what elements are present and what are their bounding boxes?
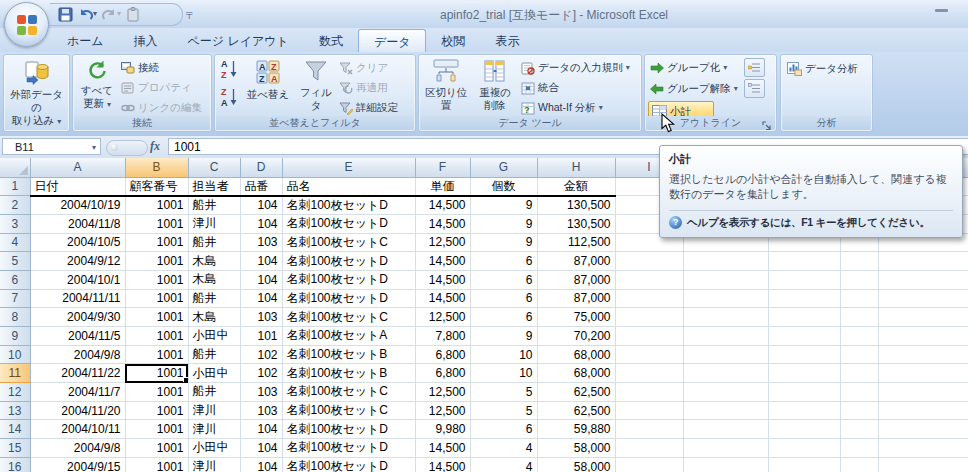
cell[interactable]	[683, 401, 768, 420]
column-header-A[interactable]: A	[30, 158, 125, 177]
cell[interactable]: 2004/9/8	[30, 439, 125, 458]
row-header-2[interactable]: 2	[0, 196, 30, 215]
cell[interactable]	[615, 289, 683, 308]
cell[interactable]: 船井	[188, 196, 240, 215]
cell[interactable]	[683, 420, 768, 439]
row-header-8[interactable]: 8	[0, 308, 30, 327]
cell[interactable]: 9	[470, 196, 537, 215]
cell[interactable]: 2004/10/19	[30, 196, 125, 215]
cell[interactable]: 木島	[188, 308, 240, 327]
ungroup-button[interactable]: グループ解除 ▾	[650, 80, 738, 98]
cell[interactable]	[683, 270, 768, 289]
cell[interactable]	[683, 308, 768, 327]
cell[interactable]: 2004/11/22	[30, 364, 125, 383]
cell[interactable]	[615, 383, 683, 402]
cell[interactable]: 2004/9/30	[30, 308, 125, 327]
cell[interactable]	[840, 401, 878, 420]
cell[interactable]: 62,500	[537, 401, 615, 420]
cell[interactable]: 68,000	[537, 364, 615, 383]
cell[interactable]: 名刺100枚セットD	[282, 214, 415, 233]
cell[interactable]	[768, 252, 840, 271]
cell[interactable]	[615, 308, 683, 327]
cell[interactable]: 1001	[125, 457, 188, 472]
cell[interactable]: 103	[240, 383, 282, 402]
cell[interactable]: 名刺100枚セットD	[282, 420, 415, 439]
cell[interactable]: 87,000	[537, 289, 615, 308]
row-header-15[interactable]: 15	[0, 439, 30, 458]
cell[interactable]: 62,500	[537, 383, 615, 402]
cell[interactable]: 104	[240, 196, 282, 215]
sort-descending-button[interactable]: ZA	[220, 87, 238, 105]
cell[interactable]	[615, 420, 683, 439]
remove-duplicates-button[interactable]: 重複の 削除	[473, 57, 517, 119]
cell[interactable]: 名刺100枚セットA	[282, 327, 415, 346]
cell[interactable]: 津川	[188, 457, 240, 472]
cell[interactable]: 津川	[188, 401, 240, 420]
cell[interactable]	[768, 420, 840, 439]
cell[interactable]: 12,500	[415, 383, 470, 402]
column-header-F[interactable]: F	[415, 158, 470, 177]
cell[interactable]	[615, 327, 683, 346]
row-header-3[interactable]: 3	[0, 214, 30, 233]
office-button[interactable]	[4, 2, 49, 47]
refresh-all-button[interactable]: すべて 更新 ▾	[76, 57, 118, 117]
minimize-icon[interactable]	[935, 9, 948, 12]
cell[interactable]: 104	[240, 289, 282, 308]
what-if-analysis-button[interactable]: ? What-If 分析 ▾	[521, 99, 603, 117]
connections-button[interactable]: 接続	[121, 59, 159, 77]
cell[interactable]: 1001	[125, 233, 188, 252]
cell[interactable]: 船井	[188, 345, 240, 364]
row-header-4[interactable]: 4	[0, 233, 30, 252]
cell[interactable]	[878, 252, 968, 271]
hide-detail-button[interactable]	[744, 79, 765, 98]
row-header-13[interactable]: 13	[0, 401, 30, 420]
select-all-corner[interactable]	[0, 158, 30, 177]
cell[interactable]: 103	[240, 401, 282, 420]
tab-home[interactable]: ホーム	[52, 28, 119, 52]
outline-dialog-launcher[interactable]	[762, 118, 773, 129]
column-header-C[interactable]: C	[188, 158, 240, 177]
cell[interactable]: 9	[470, 233, 537, 252]
cell[interactable]: 104	[240, 214, 282, 233]
text-to-columns-button[interactable]: 区切り位置	[421, 57, 471, 117]
cell[interactable]: 2004/11/11	[30, 289, 125, 308]
cell[interactable]	[683, 327, 768, 346]
cell[interactable]: 103	[240, 308, 282, 327]
cell[interactable]: 104	[240, 252, 282, 271]
cell[interactable]	[768, 439, 840, 458]
tab-view[interactable]: 表示	[480, 28, 534, 52]
show-detail-button[interactable]	[744, 58, 765, 77]
cell[interactable]	[615, 270, 683, 289]
cell[interactable]	[768, 364, 840, 383]
paste-button[interactable]	[124, 5, 142, 23]
cell[interactable]: 58,000	[537, 439, 615, 458]
cell[interactable]	[878, 401, 968, 420]
cell[interactable]	[840, 420, 878, 439]
name-box-caret[interactable]: ▾	[92, 144, 96, 152]
name-box[interactable]: B11 ▾	[2, 138, 101, 155]
cell[interactable]: 木島	[188, 252, 240, 271]
cell[interactable]: 4	[470, 439, 537, 458]
cell[interactable]: 68,000	[537, 345, 615, 364]
cell[interactable]	[840, 327, 878, 346]
cell[interactable]: 品番	[240, 177, 282, 196]
cell[interactable]: 130,500	[537, 196, 615, 215]
cell[interactable]	[878, 289, 968, 308]
cell[interactable]: 津川	[188, 420, 240, 439]
cell[interactable]: 6	[470, 289, 537, 308]
cell[interactable]	[768, 289, 840, 308]
cell[interactable]: 名刺100枚セットD	[282, 252, 415, 271]
cell[interactable]: 1001	[125, 308, 188, 327]
cell[interactable]	[768, 401, 840, 420]
cell[interactable]: 9,980	[415, 420, 470, 439]
cell[interactable]: 87,000	[537, 270, 615, 289]
row-header-14[interactable]: 14	[0, 420, 30, 439]
cell[interactable]: 104	[240, 420, 282, 439]
cell[interactable]: 船井	[188, 289, 240, 308]
tab-insert[interactable]: 挿入	[119, 28, 173, 52]
cell[interactable]	[878, 270, 968, 289]
cell[interactable]: 品名	[282, 177, 415, 196]
cell[interactable]	[615, 364, 683, 383]
cell[interactable]	[768, 327, 840, 346]
cell[interactable]	[878, 327, 968, 346]
